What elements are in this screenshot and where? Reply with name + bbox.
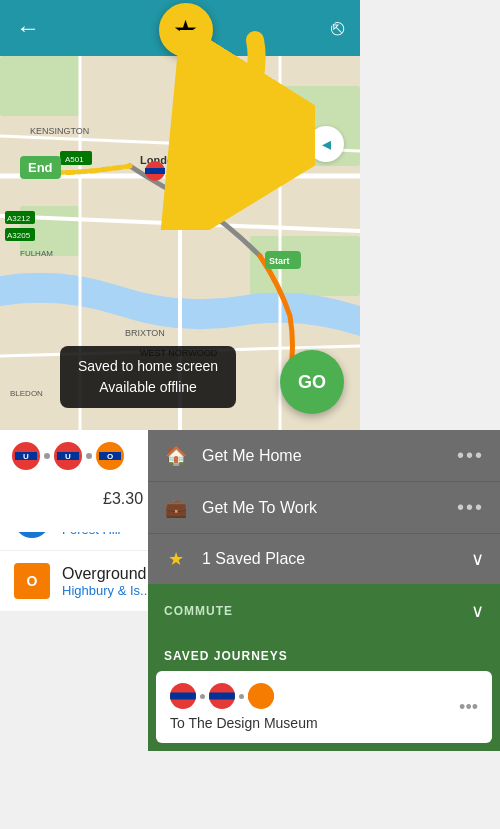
overground-label: Overground <box>62 565 151 583</box>
top-bar: ← ★ ⎋ <box>0 0 360 56</box>
svg-text:A12: A12 <box>243 142 258 151</box>
overground-info: Overground Highbury & Is... <box>62 565 151 598</box>
sj-dot-1 <box>200 694 205 699</box>
right-panel: 🏠 Get Me Home ••• 💼 Get Me To Work ••• ★… <box>148 430 500 751</box>
svg-text:Start: Start <box>269 256 290 266</box>
sj-dot-2 <box>239 694 244 699</box>
saved-star-icon: ★ <box>164 548 188 570</box>
sj-tube-1 <box>170 683 196 709</box>
get-me-home-label: Get Me Home <box>202 447 457 465</box>
map-container: KENSINGTON London CANARY WH... FULHAM WE… <box>0 0 360 430</box>
svg-text:A3212: A3212 <box>7 214 31 223</box>
overground-sub: Highbury & Is... <box>62 583 151 598</box>
svg-rect-1 <box>0 56 80 116</box>
saved-tooltip: Saved to home screen Available offline <box>60 346 236 408</box>
share-button[interactable]: ⎋ <box>331 15 344 41</box>
tube-icon-1: U <box>12 442 40 470</box>
get-me-home-dots[interactable]: ••• <box>457 444 484 467</box>
get-me-to-work-label: Get Me To Work <box>202 499 457 517</box>
saved-journey-dots[interactable]: ••• <box>459 697 478 718</box>
saved-journeys-section: SAVED JOURNEYS To The Design Museum ••• <box>148 637 500 743</box>
tube-icon-2: U <box>54 442 82 470</box>
dot-sep-2 <box>86 453 92 459</box>
sj-overground <box>248 683 274 709</box>
svg-text:BLEDON: BLEDON <box>10 389 43 398</box>
get-me-to-work-item[interactable]: 💼 Get Me To Work ••• <box>148 482 500 533</box>
overground-icon: O <box>14 563 50 599</box>
saved-journeys-header: SAVED JOURNEYS <box>148 637 500 671</box>
get-me-to-work-dots[interactable]: ••• <box>457 496 484 519</box>
star-button[interactable]: ★ <box>159 3 213 57</box>
svg-text:KENSINGTON: KENSINGTON <box>30 126 89 136</box>
home-icon: 🏠 <box>164 445 188 467</box>
map-canvas: KENSINGTON London CANARY WH... FULHAM WE… <box>0 56 360 430</box>
svg-text:FULHAM: FULHAM <box>20 249 53 258</box>
back-button[interactable]: ← <box>16 14 40 42</box>
overground-icon: O <box>96 442 124 470</box>
commute-label: COMMUTE <box>164 604 471 618</box>
commute-chevron: ∨ <box>471 600 484 622</box>
svg-text:A501: A501 <box>65 155 84 164</box>
saved-place-item[interactable]: ★ 1 Saved Place ∨ <box>148 534 500 584</box>
overground-letter: O <box>27 573 38 589</box>
dot-sep-1 <box>44 453 50 459</box>
work-icon: 💼 <box>164 497 188 519</box>
svg-text:BRIXTON: BRIXTON <box>125 328 165 338</box>
end-badge: End <box>20 156 61 179</box>
svg-rect-27 <box>145 168 165 174</box>
saved-journey-icons <box>170 683 459 709</box>
saved-journey-content: To The Design Museum <box>170 683 459 731</box>
saved-place-chevron: ∨ <box>471 548 484 570</box>
saved-place-label: 1 Saved Place <box>202 550 471 568</box>
price: £3.30 <box>103 490 143 508</box>
sj-tube-2 <box>209 683 235 709</box>
compass-button[interactable]: ◂ <box>308 126 344 162</box>
go-button[interactable]: GO <box>280 350 344 414</box>
commute-item[interactable]: COMMUTE ∨ <box>148 586 500 636</box>
saved-journey-name: To The Design Museum <box>170 715 459 731</box>
saved-journey-card-0[interactable]: To The Design Museum ••• <box>156 671 492 743</box>
star-icon: ★ <box>173 14 198 47</box>
get-me-home-item[interactable]: 🏠 Get Me Home ••• <box>148 430 500 481</box>
svg-text:A3205: A3205 <box>7 231 31 240</box>
